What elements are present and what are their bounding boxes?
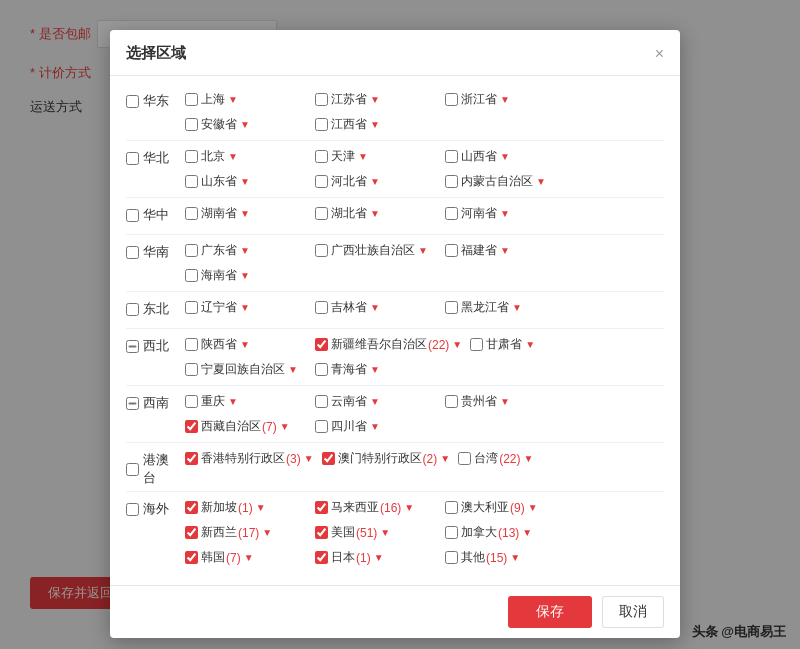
region-checkbox-4[interactable]	[126, 303, 139, 316]
item-label-5-1[interactable]: 新疆维吾尔自治区(22)▼	[331, 336, 462, 353]
item-checkbox-5-1[interactable]	[315, 338, 328, 351]
item-label-3-1[interactable]: 广西壮族自治区▼	[331, 242, 428, 259]
item-label-5-4[interactable]: 青海省▼	[331, 361, 380, 378]
item-arrow-1-2[interactable]: ▼	[500, 151, 510, 162]
item-label-1-4[interactable]: 河北省▼	[331, 173, 380, 190]
item-checkbox-6-2[interactable]	[445, 395, 458, 408]
item-checkbox-8-1[interactable]	[315, 501, 328, 514]
item-label-8-5[interactable]: 加拿大(13)▼	[461, 524, 532, 541]
item-arrow-3-1[interactable]: ▼	[418, 245, 428, 256]
item-label-8-4[interactable]: 美国(51)▼	[331, 524, 390, 541]
item-checkbox-2-1[interactable]	[315, 207, 328, 220]
item-checkbox-8-3[interactable]	[185, 526, 198, 539]
item-arrow-5-0[interactable]: ▼	[240, 339, 250, 350]
item-label-7-1[interactable]: 澳门特别行政区(2)▼	[338, 450, 451, 467]
item-label-6-2[interactable]: 贵州省▼	[461, 393, 510, 410]
item-label-8-2[interactable]: 澳大利亚(9)▼	[461, 499, 538, 516]
item-checkbox-6-4[interactable]	[315, 420, 328, 433]
item-arrow-5-2[interactable]: ▼	[525, 339, 535, 350]
item-arrow-5-3[interactable]: ▼	[288, 364, 298, 375]
item-arrow-0-4[interactable]: ▼	[370, 119, 380, 130]
item-label-7-2[interactable]: 台湾(22)▼	[474, 450, 533, 467]
item-checkbox-8-7[interactable]	[315, 551, 328, 564]
item-arrow-8-6[interactable]: ▼	[244, 552, 254, 563]
item-checkbox-8-2[interactable]	[445, 501, 458, 514]
item-checkbox-0-4[interactable]	[315, 118, 328, 131]
item-arrow-0-2[interactable]: ▼	[500, 94, 510, 105]
item-checkbox-3-1[interactable]	[315, 244, 328, 257]
item-checkbox-5-3[interactable]	[185, 363, 198, 376]
item-label-1-2[interactable]: 山西省▼	[461, 148, 510, 165]
item-label-2-1[interactable]: 湖北省▼	[331, 205, 380, 222]
item-arrow-2-1[interactable]: ▼	[370, 208, 380, 219]
item-arrow-8-3[interactable]: ▼	[262, 527, 272, 538]
item-checkbox-3-2[interactable]	[445, 244, 458, 257]
item-checkbox-3-0[interactable]	[185, 244, 198, 257]
item-checkbox-0-1[interactable]	[315, 93, 328, 106]
item-label-2-0[interactable]: 湖南省▼	[201, 205, 250, 222]
region-checkbox-0[interactable]	[126, 95, 139, 108]
region-checkbox-2[interactable]	[126, 209, 139, 222]
item-label-8-8[interactable]: 其他(15)▼	[461, 549, 520, 566]
item-label-0-2[interactable]: 浙江省▼	[461, 91, 510, 108]
item-arrow-1-4[interactable]: ▼	[370, 176, 380, 187]
item-checkbox-5-4[interactable]	[315, 363, 328, 376]
item-checkbox-6-0[interactable]	[185, 395, 198, 408]
item-checkbox-1-0[interactable]	[185, 150, 198, 163]
item-arrow-2-0[interactable]: ▼	[240, 208, 250, 219]
item-checkbox-8-0[interactable]	[185, 501, 198, 514]
item-arrow-4-1[interactable]: ▼	[370, 302, 380, 313]
close-button[interactable]: ×	[655, 46, 664, 62]
item-checkbox-6-3[interactable]	[185, 420, 198, 433]
item-checkbox-1-3[interactable]	[185, 175, 198, 188]
item-arrow-0-1[interactable]: ▼	[370, 94, 380, 105]
item-arrow-6-1[interactable]: ▼	[370, 396, 380, 407]
item-arrow-6-0[interactable]: ▼	[228, 396, 238, 407]
region-checkbox-7[interactable]	[126, 463, 139, 476]
item-arrow-1-1[interactable]: ▼	[358, 151, 368, 162]
item-checkbox-1-1[interactable]	[315, 150, 328, 163]
item-label-1-3[interactable]: 山东省▼	[201, 173, 250, 190]
item-checkbox-2-2[interactable]	[445, 207, 458, 220]
item-arrow-8-0[interactable]: ▼	[256, 502, 266, 513]
item-checkbox-5-2[interactable]	[470, 338, 483, 351]
item-label-2-2[interactable]: 河南省▼	[461, 205, 510, 222]
item-label-5-2[interactable]: 甘肃省▼	[486, 336, 535, 353]
item-checkbox-8-8[interactable]	[445, 551, 458, 564]
item-label-6-1[interactable]: 云南省▼	[331, 393, 380, 410]
item-label-8-1[interactable]: 马来西亚(16)▼	[331, 499, 414, 516]
item-label-0-3[interactable]: 安徽省▼	[201, 116, 250, 133]
item-label-4-2[interactable]: 黑龙江省▼	[461, 299, 522, 316]
item-label-0-1[interactable]: 江苏省▼	[331, 91, 380, 108]
region-checkbox-3[interactable]	[126, 246, 139, 259]
item-checkbox-1-4[interactable]	[315, 175, 328, 188]
item-checkbox-8-4[interactable]	[315, 526, 328, 539]
item-arrow-0-0[interactable]: ▼	[228, 94, 238, 105]
item-arrow-7-2[interactable]: ▼	[524, 453, 534, 464]
item-arrow-3-2[interactable]: ▼	[500, 245, 510, 256]
item-arrow-5-1[interactable]: ▼	[452, 339, 462, 350]
item-arrow-8-7[interactable]: ▼	[374, 552, 384, 563]
item-arrow-0-3[interactable]: ▼	[240, 119, 250, 130]
item-label-1-0[interactable]: 北京▼	[201, 148, 238, 165]
item-arrow-6-3[interactable]: ▼	[280, 421, 290, 432]
item-checkbox-1-5[interactable]	[445, 175, 458, 188]
item-arrow-8-5[interactable]: ▼	[522, 527, 532, 538]
item-label-5-3[interactable]: 宁夏回族自治区▼	[201, 361, 298, 378]
item-arrow-1-3[interactable]: ▼	[240, 176, 250, 187]
item-arrow-8-1[interactable]: ▼	[404, 502, 414, 513]
item-checkbox-7-2[interactable]	[458, 452, 471, 465]
item-checkbox-1-2[interactable]	[445, 150, 458, 163]
item-label-4-0[interactable]: 辽宁省▼	[201, 299, 250, 316]
item-label-8-0[interactable]: 新加坡(1)▼	[201, 499, 266, 516]
item-arrow-3-3[interactable]: ▼	[240, 270, 250, 281]
item-label-8-3[interactable]: 新西兰(17)▼	[201, 524, 272, 541]
item-label-1-5[interactable]: 内蒙古自治区▼	[461, 173, 546, 190]
item-arrow-8-4[interactable]: ▼	[380, 527, 390, 538]
item-checkbox-3-3[interactable]	[185, 269, 198, 282]
item-checkbox-0-0[interactable]	[185, 93, 198, 106]
item-label-3-2[interactable]: 福建省▼	[461, 242, 510, 259]
item-label-3-3[interactable]: 海南省▼	[201, 267, 250, 284]
item-arrow-4-0[interactable]: ▼	[240, 302, 250, 313]
item-arrow-8-2[interactable]: ▼	[528, 502, 538, 513]
